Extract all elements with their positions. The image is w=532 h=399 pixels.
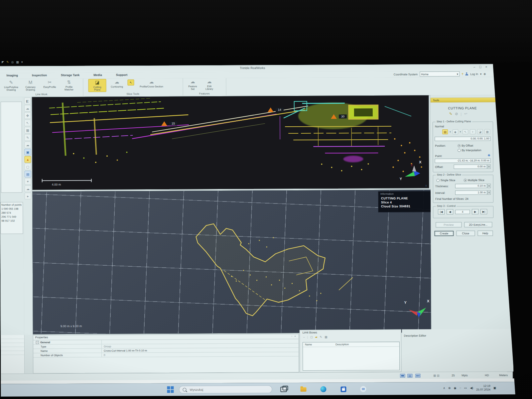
select-tool-icon[interactable]: ◧	[24, 97, 31, 104]
cloud-tool-icon[interactable]: ☁	[24, 105, 31, 111]
viewport-3d[interactable]: 15 14 30 4.00 m X Y Z ↕	[32, 95, 429, 190]
segment-tool-icon[interactable]: ▦	[24, 127, 31, 133]
display-tool-icon[interactable]: ▣	[24, 149, 31, 155]
ghost-tool-icon[interactable]: ▢	[25, 163, 31, 170]
last-slice-button[interactable]: ▶|	[480, 209, 487, 214]
help-icon[interactable]: ?	[462, 72, 463, 75]
pan-tool-icon[interactable]: ✥	[24, 112, 31, 119]
thickness-field[interactable]: 0.10 m	[455, 184, 487, 188]
render-mode-icons[interactable]: ▩ ▨	[433, 374, 439, 377]
tool-profile-cross-section[interactable]: ☁Profile/Cross-Section	[136, 79, 167, 88]
prev-slice-button[interactable]: ◀	[447, 209, 453, 214]
coordinate-system-select[interactable]: Home▾	[420, 71, 460, 77]
lock-icon[interactable]: ◻	[310, 335, 313, 339]
tab-inspection[interactable]: Inspection	[31, 73, 48, 77]
preview-button[interactable]: Preview	[436, 222, 462, 227]
render-tool-icon[interactable]: ▤	[25, 171, 31, 177]
axis-normal-icon[interactable]: ▤	[442, 129, 448, 134]
edit-icon[interactable]: ✎	[320, 335, 323, 339]
thickness-spinner[interactable]	[487, 184, 491, 188]
column-name[interactable]: Name	[303, 342, 333, 346]
scan-marker[interactable]: 30	[331, 114, 347, 119]
normal-vector-field[interactable]: 0.00; 0.00; 1.00	[435, 136, 490, 141]
warning-tool-icon[interactable]: ▲	[24, 156, 31, 163]
scan-marker[interactable]: 14	[268, 107, 284, 112]
tool-edit-library[interactable]: ☁EditLibrary	[202, 78, 216, 91]
numeric-input-icon[interactable]: ▦	[484, 129, 490, 134]
speaker-icon[interactable]: ◀)	[470, 386, 473, 389]
layout-single-icon[interactable]	[400, 374, 405, 378]
box-icon[interactable]: ▦	[325, 335, 328, 339]
minimize-button[interactable]: –	[473, 65, 475, 69]
point-field[interactable]: -21.43 m; -16.29 m; 0.00 m	[435, 158, 490, 163]
close-button[interactable]: Close	[456, 231, 475, 236]
display-quality[interactable]: HD	[485, 373, 489, 377]
view-resize-icon[interactable]: ↕	[425, 184, 427, 187]
layout-split-v-icon[interactable]	[415, 374, 420, 377]
edge-browser-button[interactable]	[319, 385, 327, 393]
project-tree[interactable]	[1, 102, 22, 193]
tray-icon[interactable]: ⊕	[448, 386, 451, 390]
slice-grab-tool[interactable]: ↖	[127, 79, 134, 85]
tray-icon[interactable]: ◉	[454, 386, 457, 390]
offset-field[interactable]: 0.00 m	[454, 164, 487, 169]
by-offset-radio[interactable]	[458, 144, 461, 147]
quick-access-toolbar[interactable]: ◤✎◎▦▾	[2, 61, 23, 64]
start-button[interactable]	[167, 386, 174, 393]
scan-marker[interactable]: 15	[161, 121, 177, 126]
star-tool-icon[interactable]: ✦	[25, 178, 31, 185]
limit-boxes-table[interactable]: Name Description	[303, 342, 400, 371]
collapse-icon[interactable]: −	[36, 341, 39, 344]
tool-feature-set[interactable]: ☁FeatureSet	[185, 78, 200, 91]
undo-icon[interactable]: ↩	[464, 112, 467, 116]
store-button[interactable]	[339, 385, 347, 393]
search-input[interactable]	[189, 387, 257, 392]
close-button[interactable]: ×	[485, 65, 487, 68]
open-icon[interactable]: ▰	[315, 335, 318, 339]
panel-pin-close-icons[interactable]: ◦×	[291, 335, 296, 338]
two-points-icon[interactable]: +	[470, 129, 475, 134]
tab-media[interactable]: Media	[92, 73, 103, 77]
tab-storage-tank[interactable]: Storage Tank	[60, 73, 81, 77]
tool-cutting-plane[interactable]: ◪CuttingPlane	[88, 79, 106, 92]
tool-line-polyline-drawing[interactable]: ✎Line/PolylineDrawing	[2, 79, 20, 92]
cloud3-tool-icon[interactable]: ☁	[25, 185, 31, 192]
tool-contouring[interactable]: ☁Contouring	[108, 79, 125, 88]
current-slice-field[interactable]: 4	[455, 209, 470, 214]
geometry-normal-icon[interactable]: ◆	[453, 129, 458, 134]
interval-spinner[interactable]	[487, 190, 491, 195]
multiple-slice-radio[interactable]	[464, 179, 467, 182]
clock[interactable]: 12:19 25.07.2024	[476, 384, 490, 391]
circle-icon[interactable]: ◎	[11, 61, 14, 64]
layout-icon[interactable]: ⊕	[483, 72, 486, 75]
create-button[interactable]: Create	[434, 231, 454, 236]
chevron-down-icon[interactable]: ▾	[21, 61, 23, 64]
file-explorer-button[interactable]	[299, 385, 307, 393]
flag-tool-icon[interactable]: ▸	[25, 193, 31, 199]
task-view-button[interactable]	[279, 385, 287, 393]
tab-support[interactable]: Support	[115, 73, 129, 76]
offset-spinner[interactable]	[487, 164, 491, 169]
notification-icon[interactable]: ▣	[493, 386, 496, 389]
property-row-number-of-objects[interactable]: Number of Objects 0	[33, 352, 299, 357]
mic-icon[interactable]: ◌	[459, 386, 461, 389]
pick-tool-icon[interactable]: ↖	[24, 119, 31, 126]
system-tray[interactable]: ∧ ⊕ ◉ ◌ ▭ ◀) 12:19 25.07.2024 ▣	[443, 384, 496, 391]
maximize-button[interactable]: □	[479, 65, 481, 69]
layout-split-h-icon[interactable]	[407, 374, 412, 377]
chevron-down-icon[interactable]: ▾	[480, 72, 481, 75]
by-interpolation-radio[interactable]	[458, 149, 461, 152]
cloud2-tool-icon[interactable]: ☁	[24, 141, 31, 148]
tray-expand-icon[interactable]: ∧	[443, 386, 445, 390]
pick-point-icon[interactable]: ◈	[488, 153, 490, 157]
mail-button[interactable]: ✉	[359, 385, 367, 393]
single-slice-radio[interactable]	[437, 179, 440, 182]
remove-icon[interactable]: –	[303, 335, 305, 339]
screen-plane-icon[interactable]: ◪	[477, 129, 483, 134]
tool-easyprofile[interactable]: ✂EasyProfile	[41, 79, 58, 88]
pencil-icon[interactable]: ✎	[6, 61, 9, 64]
taskbar-search[interactable]	[179, 385, 272, 393]
tool-profile-matcher[interactable]: ⇅ProfileMatcher	[60, 79, 77, 91]
next-slice-button[interactable]: ▶	[472, 209, 478, 214]
help-button[interactable]: Help	[477, 230, 493, 236]
